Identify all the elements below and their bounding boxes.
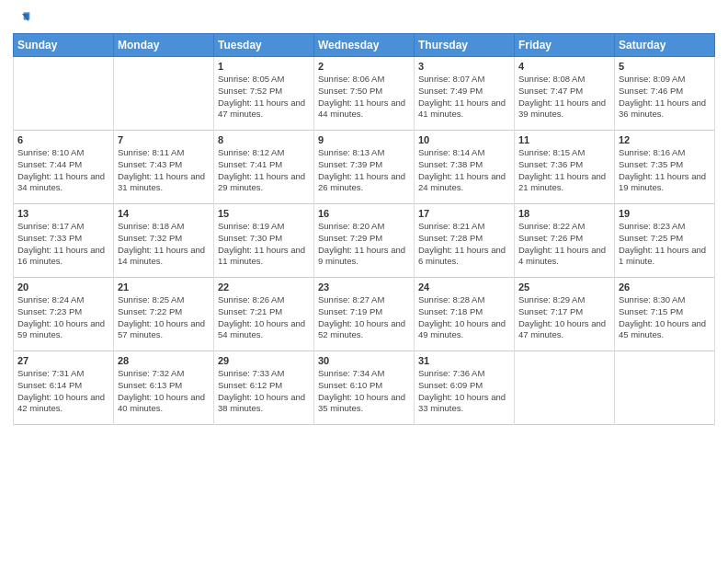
day-info: Sunrise: 7:33 AMSunset: 6:12 PMDaylight:… bbox=[218, 368, 310, 415]
calendar-cell: 3Sunrise: 8:07 AMSunset: 7:49 PMDaylight… bbox=[415, 57, 515, 131]
weekday-header-friday: Friday bbox=[515, 34, 615, 57]
day-number: 6 bbox=[17, 134, 109, 145]
day-number: 4 bbox=[518, 61, 610, 72]
day-number: 1 bbox=[218, 61, 310, 72]
calendar-cell bbox=[515, 351, 615, 425]
day-info: Sunrise: 8:26 AMSunset: 7:21 PMDaylight:… bbox=[218, 294, 310, 341]
calendar-cell: 14Sunrise: 8:18 AMSunset: 7:32 PMDayligh… bbox=[114, 204, 214, 278]
calendar-cell: 28Sunrise: 7:32 AMSunset: 6:13 PMDayligh… bbox=[114, 351, 214, 425]
calendar-cell: 21Sunrise: 8:25 AMSunset: 7:22 PMDayligh… bbox=[114, 278, 214, 351]
week-row-0: 1Sunrise: 8:05 AMSunset: 7:52 PMDaylight… bbox=[14, 57, 715, 131]
calendar-cell: 18Sunrise: 8:22 AMSunset: 7:26 PMDayligh… bbox=[515, 204, 615, 278]
day-number: 5 bbox=[619, 61, 711, 72]
day-info: Sunrise: 8:29 AMSunset: 7:17 PMDaylight:… bbox=[518, 294, 610, 341]
calendar-cell: 13Sunrise: 8:17 AMSunset: 7:33 PMDayligh… bbox=[14, 204, 114, 278]
day-info: Sunrise: 8:21 AMSunset: 7:28 PMDaylight:… bbox=[418, 221, 510, 268]
logo bbox=[13, 9, 33, 28]
calendar-cell: 5Sunrise: 8:09 AMSunset: 7:46 PMDaylight… bbox=[615, 57, 715, 131]
day-info: Sunrise: 7:36 AMSunset: 6:09 PMDaylight:… bbox=[418, 368, 510, 415]
day-number: 9 bbox=[318, 134, 410, 145]
day-number: 11 bbox=[518, 134, 610, 145]
calendar-cell: 10Sunrise: 8:14 AMSunset: 7:38 PMDayligh… bbox=[415, 131, 515, 204]
calendar-cell: 30Sunrise: 7:34 AMSunset: 6:10 PMDayligh… bbox=[314, 351, 415, 425]
calendar-cell: 27Sunrise: 7:31 AMSunset: 6:14 PMDayligh… bbox=[14, 351, 114, 425]
calendar-container: SundayMondayTuesdayWednesdayThursdayFrid… bbox=[0, 0, 728, 431]
weekday-header-saturday: Saturday bbox=[615, 34, 715, 57]
calendar-cell: 25Sunrise: 8:29 AMSunset: 7:17 PMDayligh… bbox=[515, 278, 615, 351]
day-info: Sunrise: 8:22 AMSunset: 7:26 PMDaylight:… bbox=[518, 221, 610, 268]
calendar-cell: 16Sunrise: 8:20 AMSunset: 7:29 PMDayligh… bbox=[314, 204, 415, 278]
day-info: Sunrise: 8:19 AMSunset: 7:30 PMDaylight:… bbox=[218, 221, 310, 268]
day-info: Sunrise: 8:08 AMSunset: 7:47 PMDaylight:… bbox=[518, 74, 610, 121]
day-number: 31 bbox=[418, 355, 510, 366]
day-info: Sunrise: 8:10 AMSunset: 7:44 PMDaylight:… bbox=[17, 147, 109, 194]
week-row-2: 13Sunrise: 8:17 AMSunset: 7:33 PMDayligh… bbox=[14, 204, 715, 278]
week-row-3: 20Sunrise: 8:24 AMSunset: 7:23 PMDayligh… bbox=[14, 278, 715, 351]
calendar-cell: 6Sunrise: 8:10 AMSunset: 7:44 PMDaylight… bbox=[14, 131, 114, 204]
calendar-cell bbox=[14, 57, 114, 131]
day-info: Sunrise: 8:28 AMSunset: 7:18 PMDaylight:… bbox=[418, 294, 510, 341]
calendar-cell: 22Sunrise: 8:26 AMSunset: 7:21 PMDayligh… bbox=[214, 278, 314, 351]
weekday-header-tuesday: Tuesday bbox=[214, 34, 314, 57]
day-info: Sunrise: 8:07 AMSunset: 7:49 PMDaylight:… bbox=[418, 74, 510, 121]
calendar-cell: 8Sunrise: 8:12 AMSunset: 7:41 PMDaylight… bbox=[214, 131, 314, 204]
calendar-cell: 31Sunrise: 7:36 AMSunset: 6:09 PMDayligh… bbox=[415, 351, 515, 425]
day-info: Sunrise: 8:20 AMSunset: 7:29 PMDaylight:… bbox=[318, 221, 410, 268]
calendar-cell: 24Sunrise: 8:28 AMSunset: 7:18 PMDayligh… bbox=[415, 278, 515, 351]
day-info: Sunrise: 8:16 AMSunset: 7:35 PMDaylight:… bbox=[619, 147, 711, 194]
day-number: 30 bbox=[318, 355, 410, 366]
day-number: 28 bbox=[118, 355, 210, 366]
day-number: 3 bbox=[418, 61, 510, 72]
header bbox=[13, 9, 715, 28]
weekday-header-thursday: Thursday bbox=[415, 34, 515, 57]
day-info: Sunrise: 7:32 AMSunset: 6:13 PMDaylight:… bbox=[118, 368, 210, 415]
weekday-header-wednesday: Wednesday bbox=[314, 34, 415, 57]
logo-icon bbox=[13, 9, 31, 28]
day-number: 18 bbox=[518, 208, 610, 219]
day-number: 26 bbox=[619, 282, 711, 293]
day-number: 17 bbox=[418, 208, 510, 219]
calendar-table: SundayMondayTuesdayWednesdayThursdayFrid… bbox=[13, 33, 715, 425]
day-info: Sunrise: 8:09 AMSunset: 7:46 PMDaylight:… bbox=[619, 74, 711, 121]
calendar-cell: 2Sunrise: 8:06 AMSunset: 7:50 PMDaylight… bbox=[314, 57, 415, 131]
weekday-header-sunday: Sunday bbox=[14, 34, 114, 57]
weekday-header-row: SundayMondayTuesdayWednesdayThursdayFrid… bbox=[14, 34, 715, 57]
calendar-cell: 4Sunrise: 8:08 AMSunset: 7:47 PMDaylight… bbox=[515, 57, 615, 131]
day-info: Sunrise: 8:15 AMSunset: 7:36 PMDaylight:… bbox=[518, 147, 610, 194]
week-row-4: 27Sunrise: 7:31 AMSunset: 6:14 PMDayligh… bbox=[14, 351, 715, 425]
calendar-cell bbox=[615, 351, 715, 425]
weekday-header-monday: Monday bbox=[114, 34, 214, 57]
day-info: Sunrise: 8:11 AMSunset: 7:43 PMDaylight:… bbox=[118, 147, 210, 194]
day-number: 27 bbox=[17, 355, 109, 366]
calendar-cell: 1Sunrise: 8:05 AMSunset: 7:52 PMDaylight… bbox=[214, 57, 314, 131]
day-number: 16 bbox=[318, 208, 410, 219]
day-number: 15 bbox=[218, 208, 310, 219]
calendar-cell bbox=[114, 57, 214, 131]
day-info: Sunrise: 7:31 AMSunset: 6:14 PMDaylight:… bbox=[17, 368, 109, 415]
day-info: Sunrise: 8:18 AMSunset: 7:32 PMDaylight:… bbox=[118, 221, 210, 268]
day-number: 21 bbox=[118, 282, 210, 293]
day-number: 13 bbox=[17, 208, 109, 219]
day-number: 8 bbox=[218, 134, 310, 145]
calendar-cell: 15Sunrise: 8:19 AMSunset: 7:30 PMDayligh… bbox=[214, 204, 314, 278]
day-number: 2 bbox=[318, 61, 410, 72]
day-number: 25 bbox=[518, 282, 610, 293]
day-number: 29 bbox=[218, 355, 310, 366]
calendar-cell: 26Sunrise: 8:30 AMSunset: 7:15 PMDayligh… bbox=[615, 278, 715, 351]
day-info: Sunrise: 8:24 AMSunset: 7:23 PMDaylight:… bbox=[17, 294, 109, 341]
day-info: Sunrise: 8:23 AMSunset: 7:25 PMDaylight:… bbox=[619, 221, 711, 268]
calendar-cell: 11Sunrise: 8:15 AMSunset: 7:36 PMDayligh… bbox=[515, 131, 615, 204]
day-number: 10 bbox=[418, 134, 510, 145]
day-number: 7 bbox=[118, 134, 210, 145]
week-row-1: 6Sunrise: 8:10 AMSunset: 7:44 PMDaylight… bbox=[14, 131, 715, 204]
day-info: Sunrise: 8:17 AMSunset: 7:33 PMDaylight:… bbox=[17, 221, 109, 268]
day-number: 22 bbox=[218, 282, 310, 293]
day-number: 20 bbox=[17, 282, 109, 293]
day-number: 14 bbox=[118, 208, 210, 219]
calendar-cell: 20Sunrise: 8:24 AMSunset: 7:23 PMDayligh… bbox=[14, 278, 114, 351]
day-info: Sunrise: 7:34 AMSunset: 6:10 PMDaylight:… bbox=[318, 368, 410, 415]
day-number: 23 bbox=[318, 282, 410, 293]
day-info: Sunrise: 8:14 AMSunset: 7:38 PMDaylight:… bbox=[418, 147, 510, 194]
calendar-cell: 19Sunrise: 8:23 AMSunset: 7:25 PMDayligh… bbox=[615, 204, 715, 278]
calendar-cell: 12Sunrise: 8:16 AMSunset: 7:35 PMDayligh… bbox=[615, 131, 715, 204]
